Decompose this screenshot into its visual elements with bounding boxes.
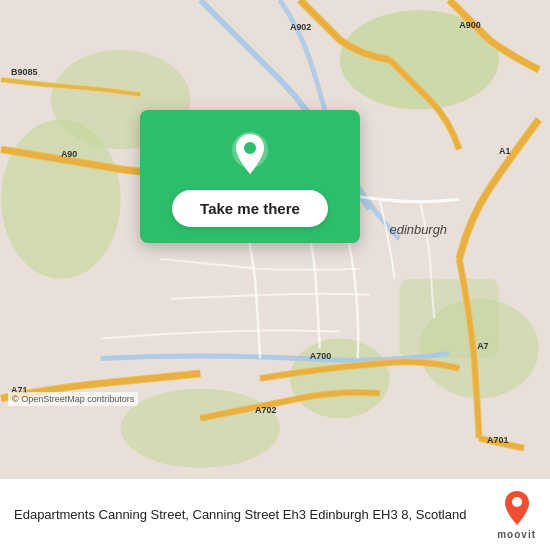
svg-point-4: [290, 339, 390, 419]
osm-attribution: © OpenStreetMap contributors: [8, 392, 138, 406]
bottom-bar: Edapartments Canning Street, Canning Str…: [0, 478, 550, 550]
app: A902 A900 A1 A90 B9085 A71 A700 A702 A7 …: [0, 0, 550, 550]
svg-text:A700: A700: [310, 351, 331, 361]
address-block: Edapartments Canning Street, Canning Str…: [14, 505, 485, 524]
svg-text:A902: A902: [290, 22, 311, 32]
svg-point-7: [121, 388, 280, 468]
svg-text:edinburgh: edinburgh: [390, 222, 448, 237]
map-card: Take me there: [140, 110, 360, 243]
address-text: Edapartments Canning Street, Canning Str…: [14, 507, 466, 522]
svg-text:B9085: B9085: [11, 67, 37, 77]
svg-text:A90: A90: [61, 149, 77, 159]
svg-text:A7: A7: [477, 341, 488, 351]
take-me-there-button[interactable]: Take me there: [172, 190, 328, 227]
moovit-brand-text: moovit: [497, 529, 536, 540]
moovit-pin-icon: [501, 489, 533, 527]
svg-text:A702: A702: [255, 405, 276, 415]
svg-text:A1: A1: [499, 146, 510, 156]
location-pin-icon: [226, 130, 274, 178]
svg-point-21: [512, 497, 522, 507]
svg-text:A900: A900: [459, 20, 480, 30]
svg-text:A701: A701: [487, 435, 508, 445]
map-container: A902 A900 A1 A90 B9085 A71 A700 A702 A7 …: [0, 0, 550, 478]
svg-point-20: [244, 142, 256, 154]
moovit-logo: moovit: [497, 489, 536, 540]
